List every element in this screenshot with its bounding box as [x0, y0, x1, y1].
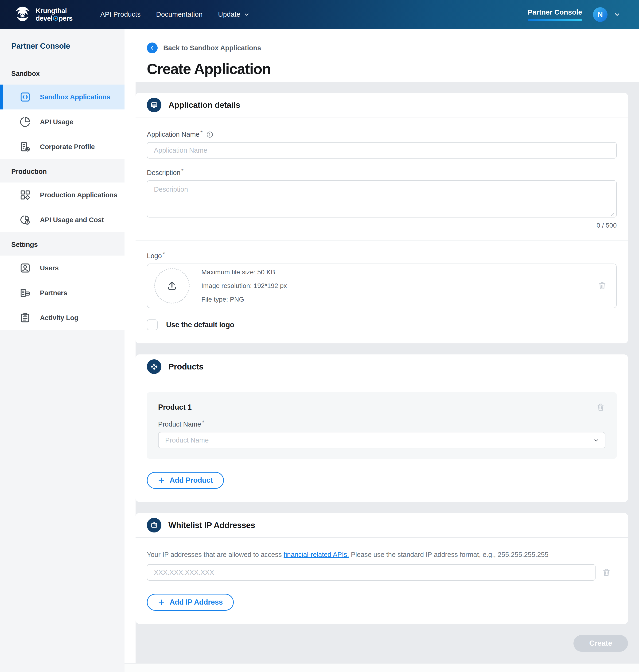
footer: © Copyright 2022 Krungthai Bank PCL. All…	[125, 663, 639, 672]
whitelist-ip-card: Whitelist IP Addresses Your IP addresses…	[136, 513, 628, 624]
active-nav-underline	[528, 19, 582, 21]
application-name-label: Application Name *	[147, 130, 617, 138]
page-title: Create Application	[147, 60, 639, 77]
chevron-down-icon	[244, 12, 250, 18]
sidebar-item-corporate-profile[interactable]: Corporate Profile	[0, 134, 125, 159]
sidebar-section-settings: Settings	[0, 232, 125, 255]
sidebar-section-production: Production	[0, 159, 125, 183]
ip-delete-button[interactable]	[602, 568, 611, 577]
product-1-panel: Product 1 Product Name *	[147, 392, 617, 459]
whitelist-id-card-icon	[147, 518, 161, 532]
pie-dollar-icon: $	[20, 215, 31, 225]
nav-documentation[interactable]: Documentation	[156, 11, 203, 18]
partners-building-icon	[20, 287, 31, 298]
use-default-logo-label: Use the default logo	[166, 321, 234, 329]
top-navbar: Krungthai devel pers API Products Docume…	[0, 0, 639, 29]
application-name-input[interactable]	[147, 142, 617, 158]
nav-api-products[interactable]: API Products	[100, 11, 141, 18]
description-label: Description *	[147, 169, 617, 177]
products-card: Products Product 1	[136, 355, 628, 502]
add-product-button[interactable]: Add Product	[147, 472, 224, 489]
sidebar-item-users[interactable]: Users	[0, 255, 125, 280]
product-name-select[interactable]: Product Name	[158, 432, 605, 448]
brand-line2-after: pers	[59, 15, 73, 22]
brand-line2-before: devel	[36, 15, 52, 22]
create-button[interactable]: Create	[574, 635, 628, 652]
product-1-title: Product 1	[158, 403, 192, 411]
info-icon[interactable]	[206, 131, 213, 138]
sidebar-item-activity-log[interactable]: Activity Log	[0, 306, 125, 330]
products-icon	[147, 359, 161, 374]
sidebar-item-api-usage-and-cost[interactable]: $ API Usage and Cost	[0, 207, 125, 232]
sidebar-item-sandbox-applications[interactable]: Sandbox Applications	[0, 84, 125, 109]
trash-icon	[602, 568, 611, 577]
sidebar-section-sandbox: Sandbox	[0, 61, 125, 84]
brand-text: Krungthai devel pers	[36, 7, 73, 22]
nav-update[interactable]: Update	[218, 11, 250, 18]
sidebar-item-partners[interactable]: Partners	[0, 280, 125, 306]
form-content-area: Application details Application Name * D…	[136, 82, 639, 663]
sidebar-item-production-applications[interactable]: Production Applications	[0, 183, 125, 207]
whitelist-ip-title: Whitelist IP Addresses	[169, 520, 255, 530]
nav-partner-console[interactable]: Partner Console	[528, 8, 582, 21]
products-title: Products	[169, 362, 203, 371]
product-1-delete-button[interactable]	[596, 403, 605, 412]
code-square-icon	[20, 92, 31, 103]
ip-address-input[interactable]	[147, 564, 595, 581]
sidebar: Partner Console Sandbox Sandbox Applicat…	[0, 29, 125, 672]
add-ip-address-button[interactable]: Add IP Address	[147, 594, 234, 611]
back-to-sandbox-applications-link[interactable]: Back to Sandbox Applications	[147, 43, 639, 53]
application-details-card: Application details Application Name * D…	[136, 93, 628, 343]
product-name-label: Product Name *	[158, 420, 605, 428]
description-textarea[interactable]	[147, 181, 617, 218]
krungthai-logo-icon	[13, 5, 32, 24]
sidebar-title: Partner Console	[0, 29, 125, 61]
plus-icon	[158, 477, 165, 484]
back-circle-icon	[147, 43, 158, 53]
application-details-title: Application details	[169, 100, 240, 110]
application-details-icon	[147, 98, 161, 112]
pie-chart-icon	[20, 116, 31, 127]
trash-icon	[596, 403, 605, 412]
plus-icon	[158, 599, 165, 606]
divider	[136, 240, 628, 241]
svg-text:$: $	[27, 221, 28, 224]
description-char-counter: 0 / 500	[147, 222, 617, 229]
logo-delete-button[interactable]	[597, 281, 607, 291]
logo-upload-box: Maximum file size: 50 KB Image resolutio…	[147, 264, 617, 308]
whitelist-description: Your IP addresses that are allowed to ac…	[147, 551, 617, 559]
logo-requirements: Maximum file size: 50 KB Image resolutio…	[201, 265, 287, 306]
user-card-icon	[20, 263, 31, 274]
logo-upload-dropzone[interactable]	[154, 268, 190, 303]
brand-line1: Krungthai	[36, 7, 73, 15]
brand-hexagon-icon	[53, 16, 59, 21]
corporate-building-icon	[20, 141, 31, 152]
activity-log-icon	[20, 312, 31, 323]
account-chevron-down-icon[interactable]	[614, 11, 621, 18]
user-avatar[interactable]: N	[593, 7, 608, 22]
upload-icon	[167, 280, 177, 291]
financial-related-apis-link[interactable]: financial-related APIs.	[283, 551, 349, 558]
sidebar-item-api-usage[interactable]: API Usage	[0, 109, 125, 134]
apps-grid-icon	[20, 190, 31, 200]
brand[interactable]: Krungthai devel pers	[13, 5, 73, 24]
logo-label: Logo *	[147, 252, 617, 260]
trash-icon	[597, 281, 607, 291]
use-default-logo-checkbox[interactable]	[147, 319, 158, 330]
